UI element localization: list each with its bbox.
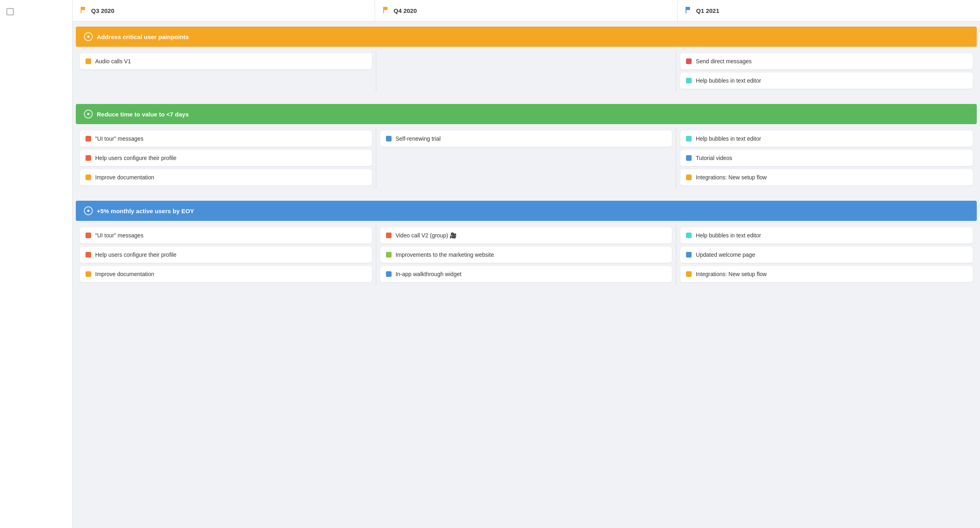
items-grid-0: Audio calls V1Send direct messagesHelp b…: [73, 47, 980, 99]
list-item[interactable]: Tutorial videos: [680, 150, 973, 166]
objective-title-1: Reduce time to value to <7 days: [97, 111, 189, 118]
svg-rect-0: [81, 7, 85, 10]
objective-icon-0: [84, 32, 93, 41]
list-item[interactable]: Improve documentation: [80, 266, 372, 282]
card-label: Updated welcome page: [696, 252, 755, 258]
card-dot-icon: [686, 233, 692, 238]
card-label: "UI tour" messages: [95, 135, 144, 142]
list-item[interactable]: Video call V2 (group) 🎥: [380, 227, 672, 243]
list-item[interactable]: Integrations: New setup flow: [680, 169, 973, 185]
objective-title-0: Address critical user painpoints: [97, 33, 189, 40]
objective-banner-1[interactable]: Reduce time to value to <7 days: [76, 104, 977, 124]
card-dot-icon: [85, 271, 91, 277]
items-column-0-1: [376, 51, 677, 91]
main-content: Q3 2020Q4 2020Q1 2021 Address critical u…: [73, 0, 980, 528]
list-item[interactable]: Improvements to the marketing website: [380, 247, 672, 263]
card-dot-icon: [686, 136, 692, 141]
card-label: Send direct messages: [696, 58, 752, 64]
objectives-container: Address critical user painpointsAudio ca…: [73, 27, 980, 293]
card-label: "UI tour" messages: [95, 232, 144, 239]
list-item[interactable]: Audio calls V1: [80, 53, 372, 69]
card-label: Self-renewing trial: [396, 135, 441, 142]
card-label: Help users configure their profile: [95, 155, 177, 161]
logo-icon: [6, 8, 14, 15]
card-label: Help users configure their profile: [95, 252, 177, 258]
items-column-2-1: Video call V2 (group) 🎥Improvements to t…: [376, 225, 677, 285]
card-label: Improve documentation: [95, 174, 154, 181]
card-dot-icon: [85, 136, 91, 141]
items-grid-1: "UI tour" messagesHelp users configure t…: [73, 124, 980, 196]
list-item[interactable]: Updated welcome page: [680, 247, 973, 263]
items-grid-2: "UI tour" messagesHelp users configure t…: [73, 221, 980, 293]
quarters-header: Q3 2020Q4 2020Q1 2021: [73, 0, 980, 22]
svg-rect-4: [686, 7, 690, 10]
list-item[interactable]: Help bubbles in text editor: [680, 227, 973, 243]
quarter-header-2: Q1 2021: [678, 0, 980, 21]
card-label: Integrations: New setup flow: [696, 271, 767, 277]
objective-row-0: Address critical user painpointsAudio ca…: [73, 27, 980, 99]
list-item[interactable]: Integrations: New setup flow: [680, 266, 973, 282]
card-label: Audio calls V1: [95, 58, 131, 64]
objective-row-1: Reduce time to value to <7 days"UI tour"…: [73, 104, 980, 196]
objective-row-2: +5% monthly active users by EOY"UI tour"…: [73, 201, 980, 293]
card-label: In-app walkthrough widget: [396, 271, 461, 277]
card-label: Help bubbles in text editor: [696, 77, 761, 84]
flag-icon-1: [383, 6, 390, 15]
card-dot-icon: [85, 233, 91, 238]
quarter-header-0: Q3 2020: [73, 0, 375, 21]
card-label: Help bubbles in text editor: [696, 232, 761, 239]
card-dot-icon: [386, 233, 392, 238]
card-dot-icon: [386, 136, 392, 141]
card-label: Improvements to the marketing website: [396, 252, 494, 258]
timeline: Q3 2020Q4 2020Q1 2021 Address critical u…: [73, 0, 980, 293]
list-item[interactable]: Help bubbles in text editor: [680, 131, 973, 147]
objective-title-2: +5% monthly active users by EOY: [97, 208, 194, 214]
card-dot-icon: [686, 78, 692, 83]
list-item[interactable]: "UI tour" messages: [80, 227, 372, 243]
card-dot-icon: [686, 271, 692, 277]
objective-banner-2[interactable]: +5% monthly active users by EOY: [76, 201, 977, 221]
items-column-1-1: Self-renewing trial: [376, 128, 677, 188]
list-item[interactable]: Improve documentation: [80, 169, 372, 185]
card-label: Integrations: New setup flow: [696, 174, 767, 181]
items-column-1-2: Help bubbles in text editorTutorial vide…: [676, 128, 977, 188]
list-item[interactable]: Help users configure their profile: [80, 247, 372, 263]
items-column-2-2: Help bubbles in text editorUpdated welco…: [676, 225, 977, 285]
items-column-0-2: Send direct messagesHelp bubbles in text…: [676, 51, 977, 91]
sidebar: [0, 0, 73, 528]
items-column-0-0: Audio calls V1: [76, 51, 376, 91]
list-item[interactable]: "UI tour" messages: [80, 131, 372, 147]
quarter-label-2: Q1 2021: [696, 7, 719, 14]
list-item[interactable]: In-app walkthrough widget: [380, 266, 672, 282]
card-dot-icon: [686, 252, 692, 258]
card-dot-icon: [386, 252, 392, 258]
svg-rect-2: [384, 7, 388, 10]
card-dot-icon: [386, 271, 392, 277]
list-item[interactable]: Send direct messages: [680, 53, 973, 69]
list-item[interactable]: Help bubbles in text editor: [680, 73, 973, 89]
card-label: Improve documentation: [95, 271, 154, 277]
quarter-label-1: Q4 2020: [394, 7, 417, 14]
card-dot-icon: [686, 155, 692, 161]
items-column-1-0: "UI tour" messagesHelp users configure t…: [76, 128, 376, 188]
objective-icon-1: [84, 110, 93, 118]
items-column-2-0: "UI tour" messagesHelp users configure t…: [76, 225, 376, 285]
card-dot-icon: [686, 175, 692, 180]
flag-icon-2: [686, 6, 693, 15]
list-item[interactable]: Help users configure their profile: [80, 150, 372, 166]
card-dot-icon: [686, 58, 692, 64]
card-dot-icon: [85, 58, 91, 64]
quarter-label-0: Q3 2020: [91, 7, 115, 14]
list-item[interactable]: Self-renewing trial: [380, 131, 672, 147]
card-label: Help bubbles in text editor: [696, 135, 761, 142]
objective-icon-2: [84, 206, 93, 215]
objective-banner-0[interactable]: Address critical user painpoints: [76, 27, 977, 47]
quarter-header-1: Q4 2020: [375, 0, 678, 21]
card-dot-icon: [85, 175, 91, 180]
logo[interactable]: [6, 8, 66, 15]
card-label: Tutorial videos: [696, 155, 732, 161]
flag-icon-0: [81, 6, 88, 15]
card-dot-icon: [85, 252, 91, 258]
card-dot-icon: [85, 155, 91, 161]
card-label: Video call V2 (group) 🎥: [396, 232, 457, 239]
